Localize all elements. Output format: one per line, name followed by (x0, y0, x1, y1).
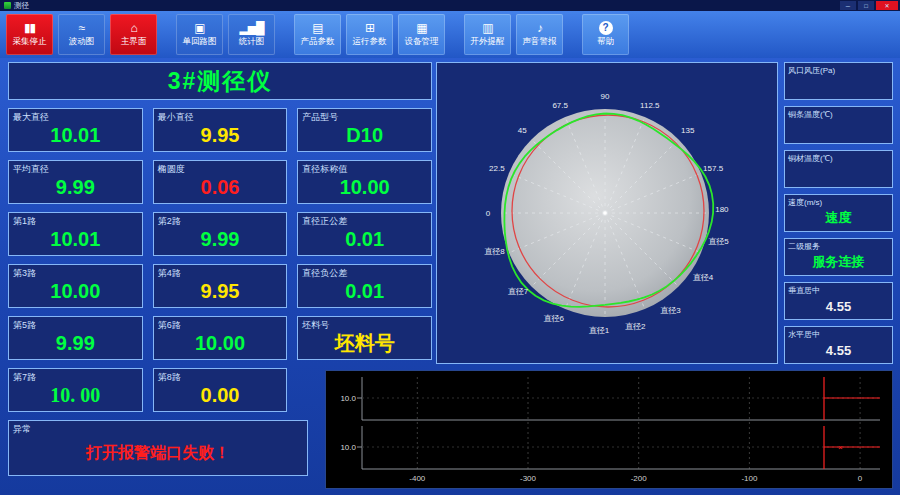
trend-chart-panel: -400-300-200-100010.010.0× (325, 370, 893, 489)
measurement-cell: 直径正公差0.01 (297, 212, 432, 256)
device-icon: ▦ (416, 21, 426, 35)
panel-value (785, 73, 892, 99)
polar-chart-panel: 90112.5135157.518067.54522.50直径5直径4直径3直径… (436, 62, 778, 364)
toolbar-button-label: 开外提醒 (471, 36, 505, 48)
measurement-cell: 坯料号坯料号 (297, 316, 432, 360)
minimize-button[interactable]: ─ (840, 1, 856, 10)
polar-path-label: 直径6 (543, 314, 564, 323)
cell-value: 9.95 (154, 275, 287, 307)
measurement-cell: 第6路10.00 (153, 316, 288, 360)
polar-angle-label: 22.5 (489, 164, 505, 173)
polar-angle-label: 45 (518, 126, 527, 135)
toolbar-sound-button[interactable]: ♪声音警报 (516, 14, 563, 55)
toolbar-home-button[interactable]: ⌂主界面 (110, 14, 157, 55)
toolbar-stop-button[interactable]: ▮▮采集停止 (6, 14, 53, 55)
measurement-cell: 最大直径10.01 (8, 108, 143, 152)
measurement-cell: 最小直径9.95 (153, 108, 288, 152)
status-panel: 铜条温度(℃) (784, 106, 893, 144)
help-icon: ? (599, 21, 613, 35)
measurement-cell: 产品型号D10 (297, 108, 432, 152)
x-tick-label: -100 (741, 474, 758, 483)
measurement-cell: 平均直径9.99 (8, 160, 143, 204)
cell-value: 0.00 (154, 379, 287, 411)
sound-icon: ♪ (537, 21, 542, 35)
cell-value: 9.99 (9, 171, 142, 203)
cell-value: 10.00 (154, 327, 287, 359)
toolbar-button-label: 声音警报 (523, 36, 557, 48)
polar-angle-label: 0 (486, 209, 491, 218)
y-tick-label: 10.0 (340, 394, 356, 403)
trend-background (326, 371, 892, 488)
toolbar-button-label: 运行参数 (353, 36, 387, 48)
measurement-cell: 直径标称值10.00 (297, 160, 432, 204)
polar-angle-label: 180 (715, 205, 729, 214)
toolbar-button-label: 主界面 (121, 36, 147, 48)
stats-icon: ▂▅█ (240, 21, 264, 35)
x-tick-label: -400 (409, 474, 426, 483)
panel-value: 4.55 (785, 293, 892, 319)
alarm-message: 打开报警端口失败！ (9, 431, 307, 475)
toolbar-button-label: 波动图 (69, 36, 95, 48)
status-panel-column: 风口风压(Pa)铜条温度(℃)铜材温度(℃)速度(m/s)速度二级服务服务连接垂… (784, 62, 893, 364)
x-tick-label: -300 (520, 474, 537, 483)
polar-path-label: 直径8 (484, 247, 505, 256)
measurement-cell: 第1路10.01 (8, 212, 143, 256)
panel-value: 服务连接 (785, 249, 892, 275)
polar-chart-svg: 90112.5135157.518067.54522.50直径5直径4直径3直径… (437, 63, 777, 363)
polar-angle-label: 157.5 (703, 164, 724, 173)
window-title: 测径 (14, 1, 838, 11)
gauge-title: 3#测径仪 (8, 62, 432, 100)
polar-path-label: 直径3 (660, 306, 681, 315)
polar-path-label: 直径1 (589, 326, 610, 335)
toolbar-wave-button[interactable]: ≈波动图 (58, 14, 105, 55)
cell-value: 10.00 (9, 275, 142, 307)
polar-path-label: 直径4 (693, 273, 714, 282)
measurement-cell: 第7路10. 00 (8, 368, 143, 412)
panel-value: 速度 (785, 205, 892, 231)
toolbar-button-label: 设备管理 (405, 36, 439, 48)
measurement-grid: 最大直径10.01最小直径9.95产品型号D10平均直径9.99椭圆度0.06直… (8, 108, 432, 412)
polar-angle-label: 90 (601, 92, 610, 101)
x-tick-label: 0 (858, 474, 863, 483)
measurement-cell: 第4路9.95 (153, 264, 288, 308)
close-button[interactable]: ✕ (876, 1, 898, 10)
toolbar-button-label: 单回路图 (183, 36, 217, 48)
cell-value: 9.95 (154, 119, 287, 151)
toolbar-alert-button[interactable]: ▥开外提醒 (464, 14, 511, 55)
cell-value: 9.99 (9, 327, 142, 359)
toolbar-loop-button[interactable]: ▣单回路图 (176, 14, 223, 55)
center-dot (603, 211, 607, 215)
x-tick-label: -200 (631, 474, 648, 483)
alert-icon: ▥ (482, 21, 492, 35)
toolbar-button-label: 统计图 (239, 36, 265, 48)
polar-angle-label: 67.5 (552, 101, 568, 110)
wave-icon: ≈ (79, 21, 85, 35)
cell-value: 10. 00 (9, 379, 142, 411)
toolbar-button-label: 帮助 (597, 36, 614, 48)
cell-value: 0.06 (154, 171, 287, 203)
stop-icon: ▮▮ (24, 21, 35, 35)
maximize-button[interactable]: □ (858, 1, 874, 10)
measurement-cell: 直径负公差0.01 (297, 264, 432, 308)
loop-icon: ▣ (194, 21, 204, 35)
cell-value: 0.01 (298, 275, 431, 307)
cell-value: 10.01 (9, 223, 142, 255)
panel-value (785, 117, 892, 143)
status-panel: 速度(m/s)速度 (784, 194, 893, 232)
polar-path-label: 直径2 (625, 322, 646, 331)
status-panel: 水平居中4.55 (784, 326, 893, 364)
measurement-cell: 椭圆度0.06 (153, 160, 288, 204)
titlebar: 测径 ─ □ ✕ (0, 0, 900, 11)
toolbar-help-button[interactable]: ?帮助 (582, 14, 629, 55)
y-tick-label: 10.0 (340, 443, 356, 452)
alarm-box: 异常 打开报警端口失败！ (8, 420, 308, 476)
cell-value: 0.01 (298, 223, 431, 255)
toolbar-device-button[interactable]: ▦设备管理 (398, 14, 445, 55)
measurement-cell: 第5路9.99 (8, 316, 143, 360)
status-panel: 风口风压(Pa) (784, 62, 893, 100)
toolbar-button-label: 采集停止 (13, 36, 47, 48)
toolbar-product-button[interactable]: ▤产品参数 (294, 14, 341, 55)
measurement-cell: 第2路9.99 (153, 212, 288, 256)
toolbar-stats-button[interactable]: ▂▅█统计图 (228, 14, 275, 55)
toolbar-run-button[interactable]: ⊞运行参数 (346, 14, 393, 55)
